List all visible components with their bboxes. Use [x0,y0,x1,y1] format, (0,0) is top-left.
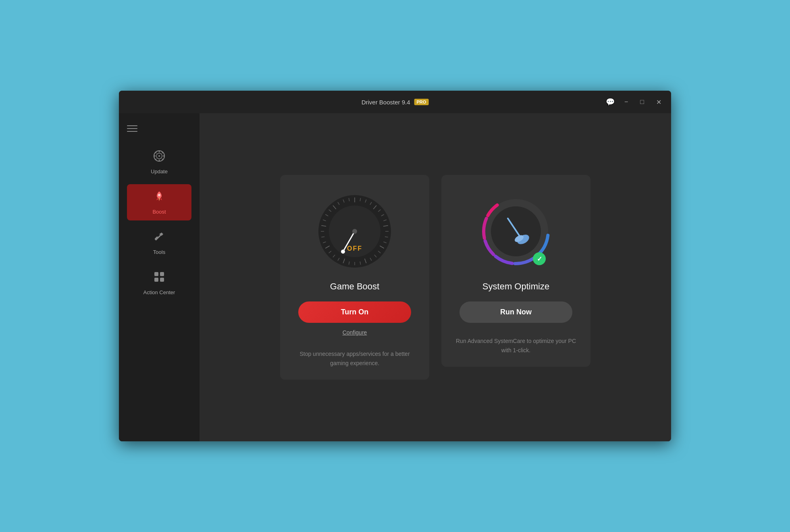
boost-icon [153,190,166,206]
minimize-button[interactable]: − [622,98,630,106]
game-boost-actions: Turn On Configure [292,301,417,336]
gauge-dial: OFF [314,191,395,272]
app-window: Driver Booster 9.4 PRO 💬 − □ ✕ [119,91,671,441]
optimize-visual: ✓ [476,191,556,272]
sidebar-item-update[interactable]: Update [127,144,191,180]
svg-rect-14 [160,272,164,276]
tools-icon [153,230,166,246]
cards-container: OFF Game Boost Turn On Configure Stop un… [280,175,590,380]
hamburger-area [119,125,200,132]
action-center-label: Action Center [143,289,175,295]
chat-icon[interactable]: 💬 [606,98,615,106]
svg-line-8 [162,159,163,160]
system-optimize-actions: Run Now [453,301,578,323]
update-label: Update [151,168,168,175]
maximize-button[interactable]: □ [638,98,647,106]
content-area: OFF Game Boost Turn On Configure Stop un… [200,113,671,441]
system-optimize-title: System Optimize [482,281,549,292]
system-optimize-description: Run Advanced SystemCare to optimize your… [453,337,578,355]
titlebar: Driver Booster 9.4 PRO 💬 − □ ✕ [119,91,671,113]
tools-label: Tools [153,249,165,255]
sidebar: Update Boost [119,113,200,441]
system-optimize-card: ✓ System Optimize Run Now Run Advanced S… [441,175,590,367]
sidebar-item-tools[interactable]: Tools [127,224,191,261]
sidebar-item-boost[interactable]: Boost [127,184,191,220]
turn-on-button[interactable]: Turn On [298,301,411,323]
svg-line-10 [155,159,156,160]
svg-point-11 [158,194,160,196]
run-now-button[interactable]: Run Now [459,301,572,323]
main-layout: Update Boost [119,113,671,441]
svg-line-7 [155,152,156,153]
game-boost-description: Stop unnecessary apps/services for a bet… [292,349,417,368]
hamburger-line-2 [127,128,137,129]
game-boost-title: Game Boost [330,281,379,292]
sidebar-item-action-center[interactable]: Action Center [127,265,191,301]
svg-rect-16 [160,278,164,282]
hamburger-line-1 [127,125,137,126]
titlebar-controls: 💬 − □ ✕ [606,98,664,107]
hamburger-button[interactable] [127,125,137,132]
titlebar-center: Driver Booster 9.4 PRO [362,99,429,106]
svg-line-9 [162,152,163,153]
boost-label: Boost [152,209,166,215]
game-boost-card: OFF Game Boost Turn On Configure Stop un… [280,175,429,380]
svg-point-2 [158,155,160,157]
svg-text:OFF: OFF [347,245,362,252]
action-center-icon [153,270,166,286]
svg-rect-15 [154,278,158,282]
configure-link[interactable]: Configure [343,329,367,336]
svg-rect-13 [154,272,158,276]
update-icon [153,150,166,165]
app-title: Driver Booster 9.4 [362,99,410,106]
svg-point-57 [352,229,357,234]
hamburger-line-3 [127,131,137,132]
check-icon: ✓ [533,252,546,265]
pro-badge: PRO [414,99,429,105]
close-button[interactable]: ✕ [654,98,664,107]
